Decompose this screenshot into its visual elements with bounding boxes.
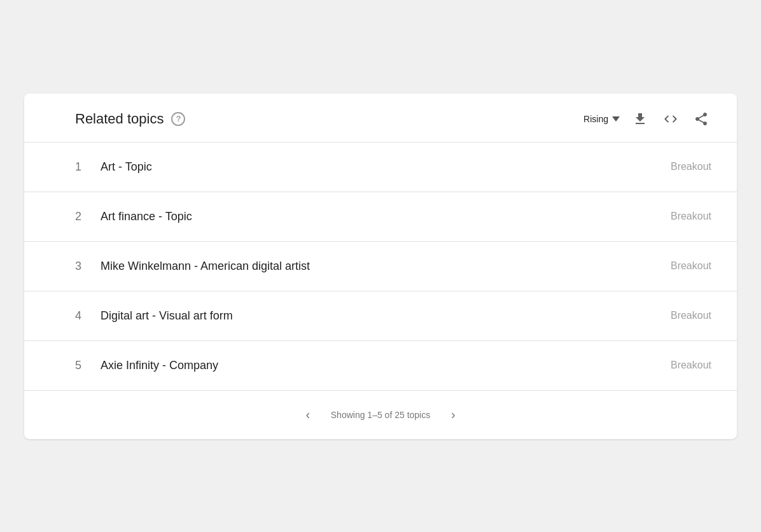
card-title: Related topics (75, 111, 164, 127)
help-icon[interactable]: ? (171, 112, 185, 126)
topic-name: Digital art - Visual art form (101, 309, 671, 323)
table-row[interactable]: 1 Art - Topic Breakout (24, 143, 737, 192)
related-topics-card: Related topics ? Rising (24, 94, 737, 439)
table-row[interactable]: 5 Axie Infinity - Company Breakout (24, 341, 737, 391)
share-icon (694, 111, 709, 127)
topic-value: Breakout (671, 310, 711, 321)
header-right: Rising (583, 109, 711, 129)
table-row[interactable]: 3 Mike Winkelmann - American digital art… (24, 242, 737, 291)
topic-value: Breakout (671, 360, 711, 371)
topic-name: Art - Topic (101, 160, 671, 174)
filter-label: Rising (583, 114, 608, 124)
topic-name: Axie Infinity - Company (101, 359, 671, 372)
dropdown-arrow-icon (612, 116, 620, 122)
topic-rank: 4 (75, 309, 101, 323)
table-row[interactable]: 4 Digital art - Visual art form Breakout (24, 291, 737, 341)
table-row[interactable]: 2 Art finance - Topic Breakout (24, 192, 737, 242)
topic-value: Breakout (671, 211, 711, 222)
topic-value: Breakout (671, 161, 711, 172)
topic-value: Breakout (671, 260, 711, 272)
embed-button[interactable] (660, 109, 681, 129)
topic-list: 1 Art - Topic Breakout 2 Art finance - T… (24, 143, 737, 391)
pagination-next-button[interactable]: › (443, 405, 463, 425)
topic-rank: 3 (75, 260, 101, 273)
topic-rank: 2 (75, 210, 101, 223)
topic-rank: 5 (75, 359, 101, 372)
pagination: ‹ Showing 1–5 of 25 topics › (24, 391, 737, 439)
download-icon (632, 111, 648, 127)
card-header: Related topics ? Rising (24, 94, 737, 143)
pagination-text: Showing 1–5 of 25 topics (331, 410, 430, 420)
embed-icon (663, 111, 678, 127)
pagination-prev-button[interactable]: ‹ (298, 405, 318, 425)
chevron-left-icon: ‹ (305, 407, 310, 422)
topic-name: Mike Winkelmann - American digital artis… (101, 260, 671, 273)
download-button[interactable] (630, 109, 650, 129)
topic-rank: 1 (75, 160, 101, 174)
header-left: Related topics ? (75, 111, 185, 127)
share-button[interactable] (691, 109, 711, 129)
topic-name: Art finance - Topic (101, 210, 671, 223)
chevron-right-icon: › (451, 407, 456, 422)
filter-dropdown[interactable]: Rising (583, 114, 620, 124)
